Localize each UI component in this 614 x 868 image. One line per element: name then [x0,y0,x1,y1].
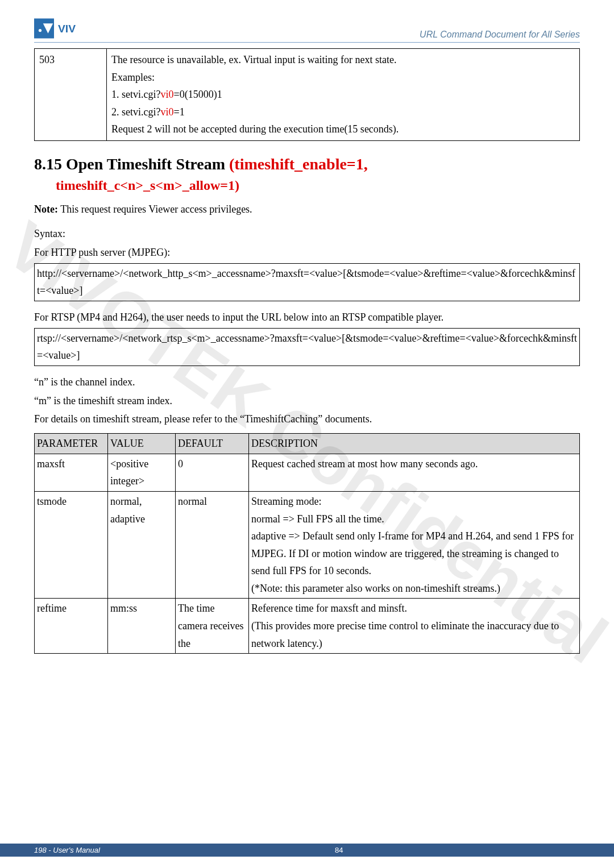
header-title: URL Command Document for All Series [420,30,580,40]
footer-left: 198 - User's Manual [34,846,100,854]
svg-text:VIV: VIV [58,23,76,35]
cell-param: tsmode [35,491,108,599]
cell-default: 0 [176,454,249,491]
details-line: For details on timeshift stream, please … [34,411,580,427]
http-url-box: http://<servername>/<network_http_s<m>_a… [34,263,580,301]
cell-value: <positive integer> [108,454,176,491]
footer-page-number: 84 [335,846,343,854]
th-value: VALUE [108,434,176,454]
status-desc-line2: Examples: [111,72,155,83]
cell-param: reftime [35,599,108,654]
status-desc-line1: The resource is unavailable, ex. Virtual… [111,54,396,65]
note-label: Note: [34,203,58,215]
note-line: Note: This request requires Viewer acces… [34,203,580,215]
th-description: DESCRIPTION [249,434,580,454]
table-header-row: PARAMETER VALUE DEFAULT DESCRIPTION [35,434,580,454]
cell-param: maxsft [35,454,108,491]
syntax-label: Syntax: [34,226,580,242]
section-subheading: timeshift_c<n>_s<m>_allow=1) [56,178,580,193]
logo: VIV [34,17,114,40]
th-parameter: PARAMETER [35,434,108,454]
cell-desc: Streaming mode: normal => Full FPS all t… [249,491,580,599]
svg-point-1 [39,29,42,32]
cell-desc: Reference time for maxsft and minsft. (T… [249,599,580,654]
page-header: VIV URL Command Document for All Series [34,17,580,43]
note-text: This request requires Viewer access priv… [58,203,252,215]
section-title-red: (timeshift_enable=1, [229,155,368,173]
section-title-black: 8.15 Open Timeshift Stream [34,155,229,173]
rtsp-url-box: rtsp://<servername>/<network_rtsp_s<m>_a… [34,328,580,366]
ex2-pre: 2. setvi.cgi? [111,106,160,118]
ex2-post: =1 [174,106,185,118]
status-code: 503 [35,49,107,141]
ex1-pre: 1. setvi.cgi? [111,89,160,100]
n-index-line: “n” is the channel index. [34,374,580,391]
cell-value: normal, adaptive [108,491,176,599]
m-index-line: “m” is the timeshift stream index. [34,393,580,409]
cell-desc: Request cached stream at most how many s… [249,454,580,491]
ex1-post: =0(15000)1 [174,89,222,100]
parameter-table: PARAMETER VALUE DEFAULT DESCRIPTION maxs… [34,433,580,654]
svg-rect-0 [34,19,54,39]
th-default: DEFAULT [176,434,249,454]
page-footer: 198 - User's Manual 84 . [0,844,614,857]
status-desc-line5: Request 2 will not be accepted during th… [111,123,399,135]
cell-default: normal [176,491,249,599]
cell-default: The time camera receives the [176,599,249,654]
section-heading: 8.15 Open Timeshift Stream (timeshift_en… [34,155,580,173]
table-row: maxsft <positive integer> 0 Request cach… [35,454,580,491]
status-table: 503 The resource is unavailable, ex. Vir… [34,48,580,141]
ex2-red: vi0 [160,106,173,118]
ex1-red: vi0 [160,89,173,100]
status-description: The resource is unavailable, ex. Virtual… [107,49,580,141]
http-intro: For HTTP push server (MJPEG): [34,244,580,261]
table-row: reftime mm:ss The time camera receives t… [35,599,580,654]
table-row: tsmode normal, adaptive normal Streaming… [35,491,580,599]
rtsp-intro: For RTSP (MP4 and H264), the user needs … [34,309,580,326]
cell-value: mm:ss [108,599,176,654]
